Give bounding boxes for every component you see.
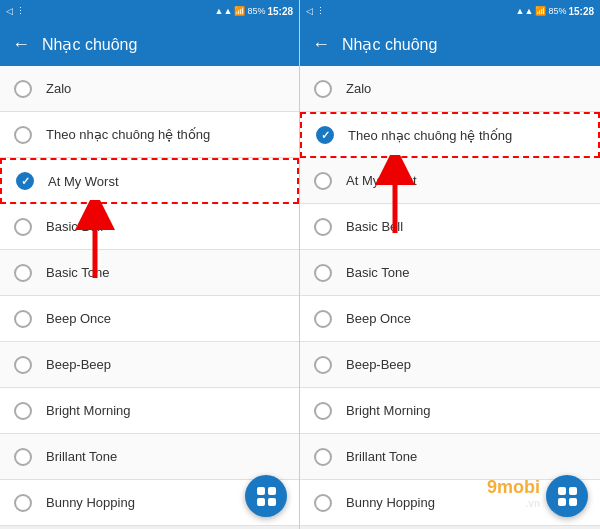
list-item-selected[interactable]: At My Worst bbox=[0, 158, 299, 204]
radio-basicbell-left[interactable] bbox=[14, 218, 32, 236]
radio-zalo-right[interactable] bbox=[314, 80, 332, 98]
list-item[interactable]: Beep Once bbox=[300, 296, 600, 342]
menu-icon-r: ⋮ bbox=[316, 6, 325, 16]
radio-atmyworst-left[interactable] bbox=[16, 172, 34, 190]
radio-theo-left[interactable] bbox=[14, 126, 32, 144]
title-right: Nhạc chuông bbox=[342, 35, 437, 54]
battery-text: 85% bbox=[247, 6, 265, 16]
item-label-brillanttone-left: Brillant Tone bbox=[46, 449, 117, 464]
item-label-brightmorning-right: Bright Morning bbox=[346, 403, 431, 418]
item-label-bunnyhopping-left: Bunny Hopping bbox=[46, 495, 135, 510]
list-item[interactable]: Zalo bbox=[300, 66, 600, 112]
list-item-selected[interactable]: Theo nhạc chuông hệ thống bbox=[300, 112, 600, 158]
fab-right[interactable] bbox=[546, 475, 588, 517]
list-item[interactable]: Basic Tone bbox=[0, 250, 299, 296]
radio-basicbell-right[interactable] bbox=[314, 218, 332, 236]
item-label-theo-right: Theo nhạc chuông hệ thống bbox=[348, 128, 512, 143]
radio-bunnyhopping-right[interactable] bbox=[314, 494, 332, 512]
top-bar-left: ← Nhạc chuông bbox=[0, 22, 299, 66]
signal-icon: ▲▲ bbox=[215, 6, 233, 16]
status-right-right: ▲▲ 📶 85% 15:28 bbox=[516, 6, 594, 17]
item-label-basicbell-left: Basic Bell bbox=[46, 219, 103, 234]
list-item[interactable]: Beep-Beep bbox=[300, 342, 600, 388]
radio-beepbeep-right[interactable] bbox=[314, 356, 332, 374]
item-label-zalo-right: Zalo bbox=[346, 81, 371, 96]
item-label-basictone-left: Basic Tone bbox=[46, 265, 109, 280]
radio-atmyworst-right[interactable] bbox=[314, 172, 332, 190]
list-item[interactable]: At My Worst bbox=[300, 158, 600, 204]
item-label-beepbeep-right: Beep-Beep bbox=[346, 357, 411, 372]
title-left: Nhạc chuông bbox=[42, 35, 137, 54]
radio-brightmorning-left[interactable] bbox=[14, 402, 32, 420]
fab-left[interactable] bbox=[245, 475, 287, 517]
item-label-beepbeep-left: Beep-Beep bbox=[46, 357, 111, 372]
wifi-icon-r: 📶 bbox=[535, 6, 546, 16]
ringtone-list-right: Zalo Theo nhạc chuông hệ thống At My Wor… bbox=[300, 66, 600, 529]
back-nav-icon-r: ◁ bbox=[306, 6, 313, 16]
wifi-icon: 📶 bbox=[234, 6, 245, 16]
list-item[interactable]: Brillant Tone bbox=[300, 434, 600, 480]
time-left: 15:28 bbox=[267, 6, 293, 17]
list-item[interactable]: Basic Bell bbox=[0, 204, 299, 250]
status-icons-right: ◁ ⋮ bbox=[306, 6, 325, 16]
status-icons-left: ◁ ⋮ bbox=[6, 6, 25, 16]
battery-text-r: 85% bbox=[548, 6, 566, 16]
list-item[interactable]: Beep Once bbox=[0, 296, 299, 342]
ringtone-list-left: Zalo Theo nhạc chuông hệ thống At My Wor… bbox=[0, 66, 299, 529]
radio-zalo-left[interactable] bbox=[14, 80, 32, 98]
watermark: 9mobi.vn bbox=[487, 477, 540, 509]
radio-brightmorning-right[interactable] bbox=[314, 402, 332, 420]
right-panel: ◁ ⋮ ▲▲ 📶 85% 15:28 ← Nhạc chuông Zalo Th… bbox=[300, 0, 600, 529]
back-button-right[interactable]: ← bbox=[312, 34, 330, 55]
item-label-brightmorning-left: Bright Morning bbox=[46, 403, 131, 418]
radio-brillanttone-left[interactable] bbox=[14, 448, 32, 466]
apps-icon-left bbox=[255, 485, 278, 508]
watermark-sub: .vn bbox=[487, 498, 540, 509]
item-label-bunnyhopping-right: Bunny Hopping bbox=[346, 495, 435, 510]
list-item[interactable]: Zalo bbox=[0, 66, 299, 112]
back-nav-icon: ◁ bbox=[6, 6, 13, 16]
apps-icon-right bbox=[556, 485, 579, 508]
radio-basictone-left[interactable] bbox=[14, 264, 32, 282]
radio-theo-right[interactable] bbox=[316, 126, 334, 144]
top-bar-right: ← Nhạc chuông bbox=[300, 22, 600, 66]
radio-bunnyhopping-left[interactable] bbox=[14, 494, 32, 512]
item-label-atmyworst-left: At My Worst bbox=[48, 174, 119, 189]
list-item[interactable]: Basic Tone bbox=[300, 250, 600, 296]
back-button-left[interactable]: ← bbox=[12, 34, 30, 55]
item-label-beeponce-left: Beep Once bbox=[46, 311, 111, 326]
list-item[interactable]: Basic Bell bbox=[300, 204, 600, 250]
status-right-left: ▲▲ 📶 85% 15:28 bbox=[215, 6, 293, 17]
radio-basictone-right[interactable] bbox=[314, 264, 332, 282]
status-bar-left: ◁ ⋮ ▲▲ 📶 85% 15:28 bbox=[0, 0, 299, 22]
list-item[interactable]: Bright Morning bbox=[300, 388, 600, 434]
radio-brillanttone-right[interactable] bbox=[314, 448, 332, 466]
radio-beeponce-right[interactable] bbox=[314, 310, 332, 328]
list-item[interactable]: Beep-Beep bbox=[0, 342, 299, 388]
item-label-theo-left: Theo nhạc chuông hệ thống bbox=[46, 127, 210, 142]
radio-beepbeep-left[interactable] bbox=[14, 356, 32, 374]
item-label-atmyworst-right: At My Worst bbox=[346, 173, 417, 188]
status-bar-right: ◁ ⋮ ▲▲ 📶 85% 15:28 bbox=[300, 0, 600, 22]
list-item[interactable]: Theo nhạc chuông hệ thống bbox=[0, 112, 299, 158]
menu-icon: ⋮ bbox=[16, 6, 25, 16]
item-label-basicbell-right: Basic Bell bbox=[346, 219, 403, 234]
item-label-zalo-left: Zalo bbox=[46, 81, 71, 96]
item-label-basictone-right: Basic Tone bbox=[346, 265, 409, 280]
item-label-beeponce-right: Beep Once bbox=[346, 311, 411, 326]
left-panel: ◁ ⋮ ▲▲ 📶 85% 15:28 ← Nhạc chuông Zalo Th… bbox=[0, 0, 300, 529]
signal-icon-r: ▲▲ bbox=[516, 6, 534, 16]
time-right: 15:28 bbox=[568, 6, 594, 17]
item-label-brillanttone-right: Brillant Tone bbox=[346, 449, 417, 464]
list-item[interactable]: Brillant Tone bbox=[0, 434, 299, 480]
list-item[interactable]: Bright Morning bbox=[0, 388, 299, 434]
radio-beeponce-left[interactable] bbox=[14, 310, 32, 328]
